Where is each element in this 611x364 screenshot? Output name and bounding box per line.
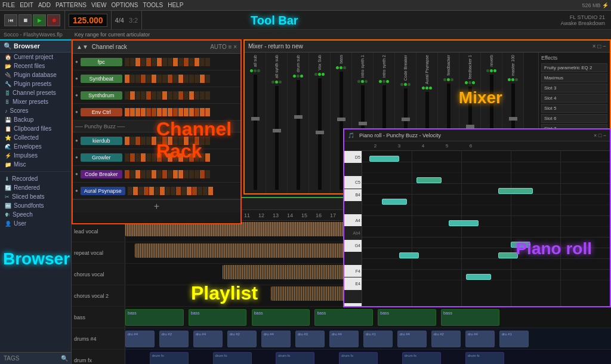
- browser-item-clipboard[interactable]: 📋Clipboard files: [0, 124, 71, 133]
- track-content-drums[interactable]: dru #4 dru #2 dru #4 dru #2 dru #4 dru #…: [125, 328, 611, 349]
- step-btn[interactable]: [189, 58, 194, 66]
- step-btn[interactable]: [184, 153, 189, 162]
- stop-button[interactable]: ⏹: [18, 14, 32, 26]
- step-btn[interactable]: [168, 170, 172, 178]
- step-btn[interactable]: [168, 75, 172, 83]
- step-btn[interactable]: [125, 153, 129, 162]
- note-c5[interactable]: [416, 177, 442, 183]
- step-btn[interactable]: [184, 108, 189, 116]
- step-btn[interactable]: [205, 153, 210, 162]
- browser-item-speech[interactable]: 🗣Speech: [0, 210, 71, 219]
- step-btn[interactable]: [195, 91, 199, 100]
- step-btn[interactable]: [173, 137, 178, 145]
- menu-item-edit[interactable]: EDIT: [20, 2, 33, 8]
- effect-slot-0[interactable]: Fruity parametric EQ 2: [541, 63, 607, 72]
- browser-item-current-project[interactable]: 🏠Current project: [0, 53, 71, 61]
- browser-item-sliced-beats[interactable]: ✂Sliced beats: [0, 192, 71, 201]
- browser-item-recent-files[interactable]: 📂Recent files: [0, 61, 71, 70]
- menu-item-help[interactable]: HELP: [168, 2, 183, 8]
- bpm-display[interactable]: 125.000: [69, 14, 107, 27]
- step-btn[interactable]: [200, 137, 205, 145]
- step-btn[interactable]: [157, 91, 162, 100]
- step-btn[interactable]: [200, 108, 205, 116]
- step-btn[interactable]: [178, 153, 183, 162]
- channel-btn-codebreaker[interactable]: Code Breaker: [81, 170, 122, 178]
- menu-item-file[interactable]: FILE: [2, 2, 15, 8]
- fader-handle[interactable]: [466, 125, 474, 128]
- step-btn[interactable]: [152, 108, 156, 116]
- step-btn[interactable]: [189, 75, 194, 83]
- fader-handle[interactable]: [316, 131, 324, 134]
- piano-key-c5[interactable]: C5: [344, 176, 362, 189]
- step-btn[interactable]: [203, 187, 208, 195]
- step-btn[interactable]: [152, 170, 156, 178]
- browser-item-envelopes[interactable]: 🌊Envelopes: [0, 142, 71, 151]
- browser-item-channel-presets[interactable]: 🎛Channel presets: [0, 88, 71, 97]
- step-btn[interactable]: [157, 137, 162, 145]
- step-btn[interactable]: [162, 137, 167, 145]
- step-btn[interactable]: [152, 75, 156, 83]
- browser-item-user[interactable]: 👤User: [0, 219, 71, 228]
- piano-key-ab4[interactable]: Ab4: [344, 227, 362, 239]
- menu-item-patterns[interactable]: PATTERNS: [55, 2, 87, 8]
- step-btn[interactable]: [162, 170, 167, 178]
- channel-btn-synthdrum[interactable]: Synthdrum: [81, 91, 122, 100]
- step-btn[interactable]: [125, 58, 129, 66]
- step-btn[interactable]: [141, 108, 146, 116]
- piano-key-d4[interactable]: D4: [344, 303, 362, 307]
- step-btn[interactable]: [157, 58, 162, 66]
- step-btn[interactable]: [165, 187, 170, 195]
- step-btn[interactable]: [162, 108, 167, 116]
- browser-item-plugin-presets[interactable]: 🔧Plugin presets: [0, 79, 71, 88]
- fader-handle[interactable]: [251, 117, 260, 121]
- step-btn[interactable]: [125, 170, 129, 178]
- note-f4[interactable]: [511, 242, 530, 248]
- step-btn[interactable]: [200, 75, 205, 83]
- step-btn[interactable]: [187, 187, 192, 195]
- step-btn[interactable]: [200, 58, 205, 66]
- step-btn[interactable]: [171, 187, 175, 195]
- fader-handle[interactable]: [337, 118, 345, 121]
- step-btn[interactable]: [173, 170, 178, 178]
- browser-item-impulses[interactable]: ⚡Impulses: [0, 151, 71, 160]
- step-btn[interactable]: [205, 91, 210, 100]
- piano-key-b4[interactable]: B4: [344, 189, 362, 202]
- piano-key-bb4[interactable]: [344, 202, 362, 214]
- step-btn[interactable]: [128, 187, 132, 195]
- step-btn[interactable]: [152, 137, 156, 145]
- step-btn[interactable]: [130, 75, 135, 83]
- step-btn[interactable]: [130, 108, 135, 116]
- fader-handle[interactable]: [273, 129, 281, 132]
- step-btn[interactable]: [135, 108, 140, 116]
- step-btn[interactable]: [189, 170, 194, 178]
- effect-slot-4[interactable]: Slot 5: [541, 104, 607, 113]
- step-btn[interactable]: [189, 108, 194, 116]
- track-content-bass[interactable]: bass bass bass bass bass bass: [125, 307, 611, 328]
- step-btn[interactable]: [168, 58, 172, 66]
- step-btn[interactable]: [168, 108, 172, 116]
- step-btn[interactable]: [205, 170, 210, 178]
- step-btn[interactable]: [146, 170, 151, 178]
- piano-key-eb4[interactable]: [344, 291, 362, 303]
- piano-key-g4[interactable]: G4: [344, 240, 362, 252]
- step-btn[interactable]: [141, 170, 146, 178]
- step-btn[interactable]: [173, 91, 178, 100]
- step-btn[interactable]: [125, 137, 129, 145]
- step-btn[interactable]: [178, 170, 183, 178]
- record-button[interactable]: ⏺: [47, 14, 60, 26]
- play-button[interactable]: ▶: [33, 14, 46, 26]
- step-btn[interactable]: [141, 58, 146, 66]
- note-d5[interactable]: [369, 156, 399, 162]
- browser-item-scores[interactable]: ♪Scores: [0, 106, 71, 115]
- step-btn[interactable]: [133, 187, 138, 195]
- step-btn[interactable]: [135, 58, 140, 66]
- step-btn[interactable]: [184, 58, 189, 66]
- menu-item-options[interactable]: OPTIONS: [111, 2, 138, 8]
- step-btn[interactable]: [157, 108, 162, 116]
- step-btn[interactable]: [184, 137, 189, 145]
- note-a4[interactable]: [382, 199, 407, 205]
- add-channel-button[interactable]: +: [154, 201, 159, 212]
- step-btn[interactable]: [130, 137, 135, 145]
- note-b4[interactable]: [498, 188, 533, 194]
- channel-btn-envelopes[interactable]: Env Ctrl: [81, 108, 122, 116]
